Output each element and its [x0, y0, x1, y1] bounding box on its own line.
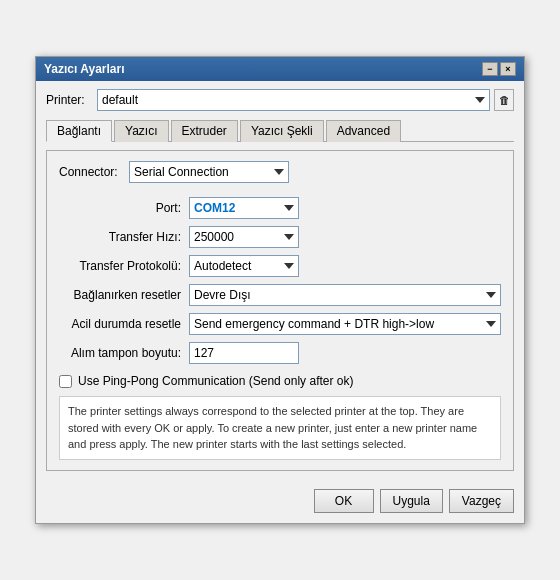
- printer-row: Printer: default 🗑: [46, 89, 514, 111]
- ok-button[interactable]: OK: [314, 489, 374, 513]
- info-box: The printer settings always correspond t…: [59, 396, 501, 460]
- tab-advanced[interactable]: Advanced: [326, 120, 401, 142]
- button-row: OK Uygula Vazgeç: [36, 481, 524, 523]
- cancel-button[interactable]: Vazgeç: [449, 489, 514, 513]
- transfer-protokol-row: Transfer Protokolü: Autodetect: [59, 255, 501, 277]
- ping-pong-checkbox[interactable]: [59, 375, 72, 388]
- minimize-button[interactable]: −: [482, 62, 498, 76]
- tab-extruder[interactable]: Extruder: [171, 120, 238, 142]
- connector-select[interactable]: Serial Connection: [129, 161, 289, 183]
- acil-durumda-select[interactable]: Send emergency command + DTR high->low: [189, 313, 501, 335]
- main-dialog: Yazıcı Ayarları − × Printer: default 🗑 B…: [35, 56, 525, 524]
- tab-yazici[interactable]: Yazıcı: [114, 120, 168, 142]
- apply-button[interactable]: Uygula: [380, 489, 443, 513]
- title-text: Yazıcı Ayarları: [44, 62, 125, 76]
- info-text: The printer settings always correspond t…: [68, 405, 477, 450]
- delete-printer-button[interactable]: 🗑: [494, 89, 514, 111]
- transfer-protokol-label: Transfer Protokolü:: [59, 259, 189, 273]
- dialog-body: Printer: default 🗑 Bağlantı Yazıcı Extru…: [36, 81, 524, 481]
- connector-label: Connector:: [59, 165, 129, 179]
- transfer-hiz-select[interactable]: 250000: [189, 226, 299, 248]
- alim-tampon-input[interactable]: [189, 342, 299, 364]
- alim-tampon-label: Alım tampon boyutu:: [59, 346, 189, 360]
- connection-panel: Connector: Serial Connection Port: COM12…: [46, 150, 514, 471]
- printer-label: Printer:: [46, 93, 91, 107]
- port-row: Port: COM12: [59, 197, 501, 219]
- acil-durumda-row: Acil durumda resetle Send emergency comm…: [59, 313, 501, 335]
- transfer-protokol-select[interactable]: Autodetect: [189, 255, 299, 277]
- port-select[interactable]: COM12: [189, 197, 299, 219]
- printer-select[interactable]: default: [97, 89, 490, 111]
- transfer-hiz-label: Transfer Hızı:: [59, 230, 189, 244]
- title-bar: Yazıcı Ayarları − ×: [36, 57, 524, 81]
- title-bar-buttons: − ×: [482, 62, 516, 76]
- printer-select-wrap: default 🗑: [97, 89, 514, 111]
- connector-row: Connector: Serial Connection: [59, 161, 501, 183]
- ping-pong-row: Use Ping-Pong Communication (Send only a…: [59, 374, 501, 388]
- baglanirken-row: Bağlanırken resetler Devre Dışı: [59, 284, 501, 306]
- port-select-wrap: COM12: [189, 197, 299, 219]
- baglanirken-select[interactable]: Devre Dışı: [189, 284, 501, 306]
- tab-bar: Bağlantı Yazıcı Extruder Yazıcı Şekli Ad…: [46, 119, 514, 142]
- ping-pong-label: Use Ping-Pong Communication (Send only a…: [78, 374, 353, 388]
- tab-yazici-sekli[interactable]: Yazıcı Şekli: [240, 120, 324, 142]
- baglanirken-label: Bağlanırken resetler: [59, 288, 189, 302]
- transfer-hiz-row: Transfer Hızı: 250000: [59, 226, 501, 248]
- tab-baglanti[interactable]: Bağlantı: [46, 120, 112, 142]
- acil-durumda-label: Acil durumda resetle: [59, 317, 189, 331]
- close-button[interactable]: ×: [500, 62, 516, 76]
- port-label: Port:: [59, 201, 189, 215]
- alim-tampon-row: Alım tampon boyutu:: [59, 342, 501, 364]
